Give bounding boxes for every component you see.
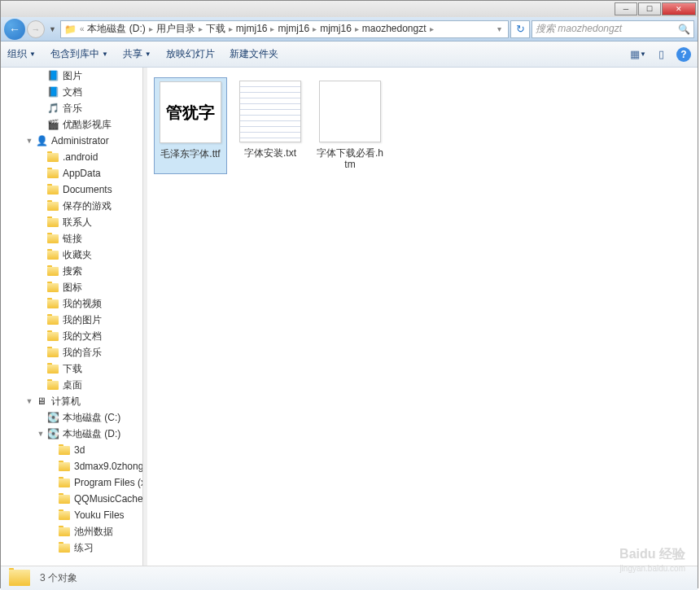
tree-item-label: 3d [74, 444, 85, 456]
tree-item-label: 3dmax9.0zhongwen... [74, 461, 143, 472]
tree-item[interactable]: 3d [1, 442, 142, 458]
tree-item[interactable]: 🎬优酷影视库 [1, 116, 142, 133]
status-text: 3 个对象 [40, 571, 77, 585]
tree-item[interactable]: 📘图片 [1, 68, 142, 84]
file-label: 毛泽东字体.ttf [160, 148, 220, 160]
folder-icon [58, 541, 71, 554]
folder-icon: 📁 [64, 24, 77, 35]
tree-item[interactable]: Youku Files [1, 507, 142, 523]
folder-icon [58, 460, 71, 473]
minimize-button[interactable]: ─ [615, 2, 637, 15]
file-item[interactable]: 字体安装.txt [234, 77, 307, 174]
tree-item[interactable]: ▼💽本地磁盘 (D:) [1, 426, 142, 442]
breadcrumb-item[interactable]: 下载 [206, 23, 225, 34]
tree-item[interactable]: 收藏夹 [1, 247, 142, 263]
tree-item[interactable]: 链接 [1, 230, 142, 247]
breadcrumb-separator: « [77, 24, 88, 33]
disk-icon: 💽 [46, 427, 59, 440]
address-bar[interactable]: 📁 « 本地磁盘 (D:)▸用户目录▸下载▸mjmj16▸mjmj16▸mjmj… [60, 20, 509, 38]
organize-menu[interactable]: 组织▼ [7, 47, 36, 61]
folder-icon [46, 297, 59, 310]
breadcrumb-item[interactable]: maozhedongzt [362, 23, 427, 34]
folder-icon [58, 509, 71, 522]
view-menu[interactable]: ▦ ▼ [631, 47, 645, 62]
tree-item[interactable]: 我的文档 [1, 328, 142, 344]
breadcrumb-item[interactable]: mjmj16 [278, 23, 309, 34]
tree-item[interactable]: AppData [1, 165, 142, 181]
tree-item[interactable]: 3dmax9.0zhongwen... [1, 458, 142, 474]
new-folder-button[interactable]: 新建文件夹 [230, 47, 278, 61]
share-menu[interactable]: 共享▼ [123, 47, 151, 61]
tree-item[interactable]: 练习 [1, 540, 142, 556]
file-item[interactable]: 字体下载必看.htm [313, 77, 387, 174]
breadcrumb-item[interactable]: 用户目录 [156, 23, 195, 34]
breadcrumb-separator: ▸ [225, 24, 236, 33]
tree-item-label: .android [63, 151, 98, 163]
tree-item[interactable]: QQMusicCache [1, 491, 142, 507]
include-library-menu[interactable]: 包含到库中▼ [50, 47, 108, 61]
tree-item-label: Program Files (x86) [74, 477, 143, 488]
folder-icon [58, 525, 71, 538]
tree-item[interactable]: Program Files (x86) [1, 474, 142, 491]
tree-item[interactable]: 📘文档 [1, 84, 142, 100]
tree-item[interactable]: 💽本地磁盘 (C:) [1, 409, 142, 426]
folder-icon [58, 476, 71, 489]
tree-item-label: Administrator [51, 135, 109, 146]
tree-item-label: AppData [63, 168, 101, 179]
tree-item[interactable]: 桌面 [1, 377, 142, 393]
folder-icon [9, 570, 32, 588]
tree-item-label: Documents [63, 184, 112, 195]
navigation-tree[interactable]: 📘图片📘文档🎵音乐🎬优酷影视库▼👤Administrator.androidAp… [1, 68, 143, 566]
breadcrumb-item[interactable]: 本地磁盘 (D:) [87, 23, 145, 34]
expand-arrow[interactable]: ▼ [35, 430, 46, 438]
tree-item-label: 本地磁盘 (C:) [63, 411, 120, 425]
lib-icon: 📘 [46, 85, 59, 98]
file-item[interactable]: 管犹字毛泽东字体.ttf [154, 77, 227, 174]
preview-pane-button[interactable]: ▯ [654, 47, 668, 62]
tree-item[interactable]: ▼🖥计算机 [1, 393, 142, 409]
search-input[interactable]: 搜索 maozhedongzt 🔍 [532, 20, 694, 38]
expand-arrow[interactable]: ▼ [24, 137, 35, 145]
file-label: 字体安装.txt [244, 147, 296, 159]
back-button[interactable]: ← [4, 19, 25, 40]
folder-icon [46, 167, 59, 180]
forward-button[interactable]: → [27, 20, 45, 38]
folder-icon [46, 151, 59, 164]
file-pane[interactable]: 管犹字毛泽东字体.ttf字体安装.txt字体下载必看.htm [147, 68, 698, 566]
breadcrumb-separator: ▸ [309, 24, 320, 33]
folder-icon [46, 264, 59, 278]
close-button[interactable]: ✕ [662, 2, 696, 15]
breadcrumb-separator: ▸ [427, 24, 437, 33]
tree-item-label: 链接 [63, 232, 82, 246]
tree-item[interactable]: 搜索 [1, 263, 142, 279]
folder-icon [46, 346, 59, 359]
tree-item[interactable]: 联系人 [1, 214, 142, 230]
explorer-window: ─ ☐ ✕ ← → ▼ 📁 « 本地磁盘 (D:)▸用户目录▸下载▸mjmj16… [0, 0, 698, 588]
toolbar: 组织▼ 包含到库中▼ 共享▼ 放映幻灯片 新建文件夹 ▦ ▼ ▯ ? [1, 42, 698, 68]
tree-item[interactable]: 图标 [1, 279, 142, 295]
tree-item-label: Youku Files [74, 509, 125, 521]
tree-item[interactable]: .android [1, 149, 142, 165]
expand-arrow[interactable]: ▼ [24, 397, 35, 405]
tree-item-label: 我的视频 [63, 297, 102, 311]
breadcrumb-item[interactable]: mjmj16 [320, 23, 352, 34]
breadcrumb-item[interactable]: mjmj16 [236, 23, 268, 34]
help-button[interactable]: ? [676, 47, 691, 62]
tree-item-label: 我的图片 [63, 313, 102, 327]
tree-item[interactable]: 保存的游戏 [1, 198, 142, 214]
tree-item[interactable]: 我的视频 [1, 295, 142, 312]
tree-item[interactable]: ▼👤Administrator [1, 133, 142, 149]
tree-item[interactable]: 我的音乐 [1, 344, 142, 361]
folder-icon [46, 378, 59, 391]
breadcrumb-separator: ▸ [267, 24, 278, 33]
tree-item[interactable]: 🎵音乐 [1, 100, 142, 116]
tree-item[interactable]: 池州数据 [1, 523, 142, 540]
tree-item[interactable]: 我的图片 [1, 312, 142, 328]
nav-history-dropdown[interactable]: ▼ [46, 25, 59, 33]
tree-item[interactable]: 下载 [1, 361, 142, 377]
refresh-button[interactable]: ↻ [510, 20, 530, 38]
tree-item[interactable]: Documents [1, 181, 142, 198]
tree-item-label: 图片 [63, 69, 82, 83]
maximize-button[interactable]: ☐ [638, 2, 661, 15]
slideshow-button[interactable]: 放映幻灯片 [166, 47, 215, 61]
